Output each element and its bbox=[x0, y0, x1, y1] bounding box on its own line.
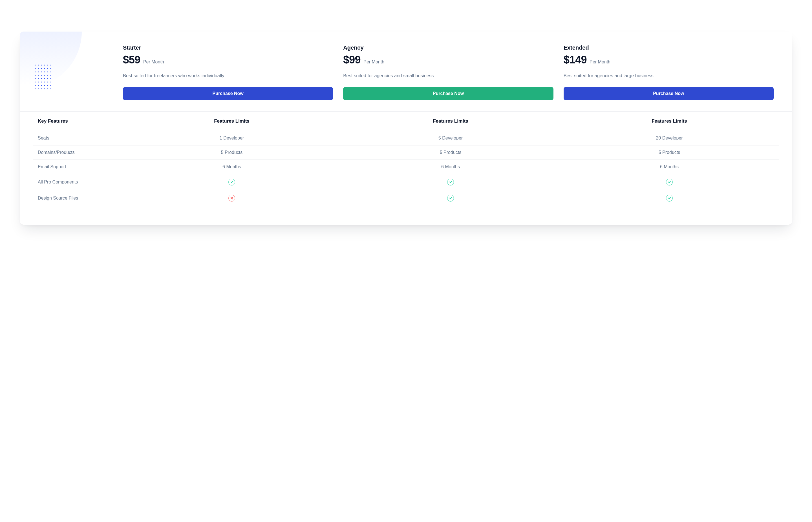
check-icon bbox=[666, 195, 673, 202]
plan-period: Per Month bbox=[143, 59, 164, 64]
feature-cell: 20 Developer bbox=[560, 136, 779, 141]
feature-label: Email Support bbox=[33, 164, 122, 169]
table-header-cell: Features Limits bbox=[122, 118, 341, 124]
feature-cell: 5 Products bbox=[122, 150, 341, 155]
feature-label: Design Source Files bbox=[33, 196, 122, 201]
feature-cell: 5 Products bbox=[560, 150, 779, 155]
table-header-cell: Features Limits bbox=[341, 118, 560, 124]
plan-period: Per Month bbox=[363, 59, 384, 64]
feature-cell: 1 Developer bbox=[122, 136, 341, 141]
cross-icon bbox=[229, 195, 235, 202]
plan-description: Best suited for freelancers who works in… bbox=[123, 72, 333, 79]
pricing-card: Starter $59 Per Month Best suited for fr… bbox=[20, 32, 792, 225]
plan-price: $99 bbox=[343, 54, 361, 66]
table-row: Design Source Files bbox=[33, 190, 779, 206]
purchase-button-starter[interactable]: Purchase Now bbox=[123, 87, 333, 100]
feature-cell bbox=[122, 179, 341, 185]
table-header-label: Key Features bbox=[33, 118, 122, 124]
table-body: Seats1 Developer5 Developer20 DeveloperD… bbox=[33, 131, 779, 206]
feature-cell bbox=[560, 195, 779, 202]
feature-label: Domains/Products bbox=[33, 150, 122, 155]
feature-cell bbox=[122, 195, 341, 202]
plan-agency: Agency $99 Per Month Best suited for age… bbox=[338, 44, 558, 100]
check-icon bbox=[447, 179, 454, 185]
purchase-button-extended[interactable]: Purchase Now bbox=[563, 87, 774, 100]
feature-label: Seats bbox=[33, 136, 122, 141]
check-icon bbox=[229, 179, 235, 185]
plan-name: Extended bbox=[563, 44, 774, 51]
feature-cell: 5 Products bbox=[341, 150, 560, 155]
plan-extended: Extended $149 Per Month Best suited for … bbox=[558, 44, 779, 100]
plan-price: $149 bbox=[563, 54, 587, 66]
plans-row: Starter $59 Per Month Best suited for fr… bbox=[33, 44, 779, 100]
table-header-row: Key Features Features Limits Features Li… bbox=[33, 112, 779, 131]
feature-cell bbox=[341, 179, 560, 185]
table-row: All Pro Components bbox=[33, 174, 779, 190]
feature-cell: 5 Developer bbox=[341, 136, 560, 141]
plan-name: Agency bbox=[343, 44, 553, 51]
feature-cell: 6 Months bbox=[341, 164, 560, 169]
purchase-button-agency[interactable]: Purchase Now bbox=[343, 87, 553, 100]
plan-description: Best suited for agencies and small busin… bbox=[343, 72, 553, 79]
feature-label: All Pro Components bbox=[33, 180, 122, 185]
table-row: Domains/Products5 Products5 Products5 Pr… bbox=[33, 145, 779, 160]
plan-price: $59 bbox=[123, 54, 140, 66]
plan-period: Per Month bbox=[590, 59, 610, 64]
plan-name: Starter bbox=[123, 44, 333, 51]
check-icon bbox=[666, 179, 673, 185]
feature-cell: 6 Months bbox=[122, 164, 341, 169]
plan-description: Best suited for agencies and large busin… bbox=[563, 72, 774, 79]
feature-cell bbox=[341, 195, 560, 202]
check-icon bbox=[447, 195, 454, 202]
feature-cell: 6 Months bbox=[560, 164, 779, 169]
table-row: Email Support6 Months6 Months6 Months bbox=[33, 160, 779, 174]
feature-cell bbox=[560, 179, 779, 185]
plan-starter: Starter $59 Per Month Best suited for fr… bbox=[118, 44, 338, 100]
table-row: Seats1 Developer5 Developer20 Developer bbox=[33, 131, 779, 145]
table-header-cell: Features Limits bbox=[560, 118, 779, 124]
